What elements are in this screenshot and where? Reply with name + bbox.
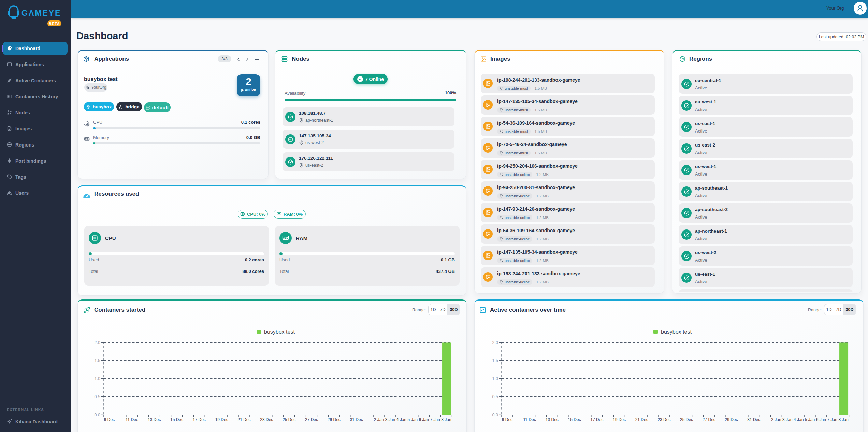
svg-text:17 Dec: 17 Dec [590, 417, 603, 422]
svg-text:25 Dec: 25 Dec [680, 417, 693, 422]
svg-text:3 Jan: 3 Jan [782, 417, 792, 422]
svg-text:0.5: 0.5 [492, 394, 498, 399]
svg-text:6 Jan: 6 Jan [816, 417, 826, 422]
svg-text:8 Jan: 8 Jan [838, 417, 848, 422]
svg-text:19 Dec: 19 Dec [613, 417, 626, 422]
svg-text:29 Dec: 29 Dec [725, 417, 738, 422]
svg-text:1.0: 1.0 [492, 376, 498, 381]
svg-text:23 Dec: 23 Dec [657, 417, 670, 422]
svg-text:7 Jan: 7 Jan [827, 417, 837, 422]
svg-text:2 Jan: 2 Jan [771, 417, 781, 422]
svg-text:15 Dec: 15 Dec [568, 417, 581, 422]
svg-text:9 Dec: 9 Dec [502, 417, 512, 422]
svg-text:21 Dec: 21 Dec [635, 417, 648, 422]
svg-text:0.0: 0.0 [492, 413, 498, 417]
svg-text:31 Dec: 31 Dec [747, 417, 760, 422]
svg-text:27 Dec: 27 Dec [703, 417, 715, 422]
svg-text:11 Dec: 11 Dec [523, 417, 536, 422]
svg-text:5 Jan: 5 Jan [805, 417, 815, 422]
svg-text:1.5: 1.5 [492, 358, 498, 363]
svg-text:4 Jan: 4 Jan [794, 417, 804, 422]
svg-text:13 Dec: 13 Dec [546, 417, 559, 422]
svg-text:2.0: 2.0 [492, 340, 498, 345]
